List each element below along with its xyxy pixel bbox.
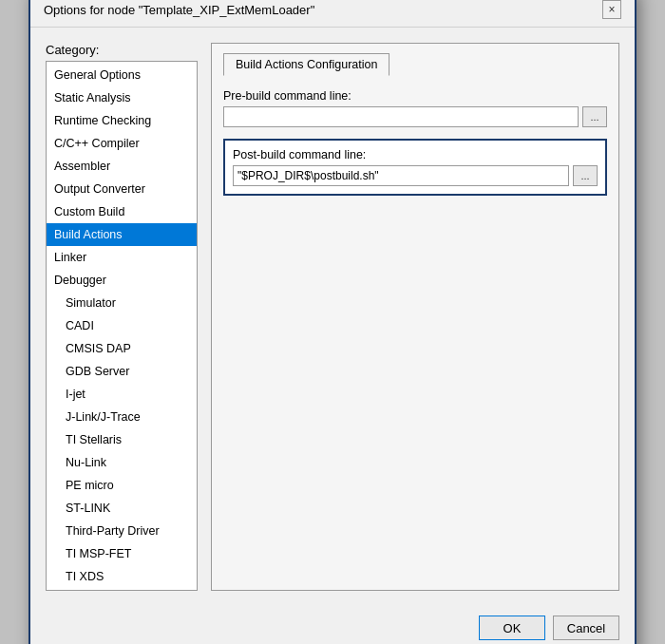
- category-item-cmsis-dap[interactable]: CMSIS DAP: [47, 337, 197, 360]
- dialog-title: Options for node "Template_XIP_ExtMemLoa…: [44, 3, 314, 17]
- category-item-custom-build[interactable]: Custom Build: [47, 200, 197, 223]
- postbuild-row: ...: [233, 165, 598, 186]
- title-bar: Options for node "Template_XIP_ExtMemLoa…: [30, 0, 635, 28]
- category-item-debugger[interactable]: Debugger: [47, 269, 197, 292]
- category-item-output-converter[interactable]: Output Converter: [47, 178, 197, 200]
- category-item-third-party-driver[interactable]: Third-Party Driver: [47, 520, 197, 542]
- category-label: Category:: [46, 43, 198, 57]
- tab-bar: Build Actions Configuration: [223, 53, 607, 76]
- tab-build-actions[interactable]: Build Actions Configuration: [223, 53, 390, 76]
- category-item-cadi[interactable]: CADI: [47, 314, 197, 337]
- category-item-pe-micro[interactable]: PE micro: [47, 474, 197, 497]
- category-item-ti-xds[interactable]: TI XDS: [47, 565, 197, 588]
- prebuild-browse-button[interactable]: ...: [582, 106, 607, 127]
- category-item-ti-msp-fet[interactable]: TI MSP-FET: [47, 542, 197, 565]
- postbuild-group: Post-build command line: ...: [223, 139, 607, 196]
- category-item-linker[interactable]: Linker: [47, 246, 197, 269]
- prebuild-label: Pre-build command line:: [223, 89, 607, 103]
- options-dialog: Options for node "Template_XIP_ExtMemLoa…: [28, 0, 636, 644]
- category-item-jlink-jtrace[interactable]: J-Link/J-Trace: [47, 406, 197, 428]
- form-section: Pre-build command line: ... Post-build c…: [223, 89, 607, 196]
- category-list: General OptionsStatic AnalysisRuntime Ch…: [46, 61, 198, 591]
- category-item-assembler[interactable]: Assembler: [47, 155, 197, 178]
- category-item-st-link[interactable]: ST-LINK: [47, 497, 197, 520]
- postbuild-input[interactable]: [233, 165, 569, 186]
- category-item-build-actions[interactable]: Build Actions: [47, 223, 197, 246]
- postbuild-label: Post-build command line:: [233, 148, 598, 161]
- content-panel: Build Actions Configuration Pre-build co…: [211, 43, 619, 591]
- close-button[interactable]: ×: [602, 0, 621, 19]
- category-item-ti-stellaris[interactable]: TI Stellaris: [47, 428, 197, 451]
- cancel-button[interactable]: Cancel: [553, 616, 619, 640]
- ok-button[interactable]: OK: [479, 616, 545, 640]
- category-item-runtime-checking[interactable]: Runtime Checking: [47, 109, 197, 132]
- prebuild-input[interactable]: [223, 106, 579, 127]
- prebuild-group: Pre-build command line: ...: [223, 89, 607, 127]
- category-item-general-options[interactable]: General Options: [47, 64, 197, 86]
- category-item-cpp-compiler[interactable]: C/C++ Compiler: [47, 132, 197, 155]
- category-item-simulator[interactable]: Simulator: [47, 292, 197, 314]
- postbuild-browse-button[interactable]: ...: [573, 165, 598, 186]
- category-item-nu-link[interactable]: Nu-Link: [47, 451, 197, 474]
- category-item-i-jet[interactable]: I-jet: [47, 383, 197, 406]
- category-panel: Category: General OptionsStatic Analysis…: [46, 43, 198, 591]
- prebuild-row: ...: [223, 106, 607, 127]
- category-item-gdb-server[interactable]: GDB Server: [47, 360, 197, 383]
- dialog-footer: OK Cancel: [30, 606, 635, 644]
- category-item-static-analysis[interactable]: Static Analysis: [47, 86, 197, 109]
- dialog-body: Category: General OptionsStatic Analysis…: [30, 28, 635, 606]
